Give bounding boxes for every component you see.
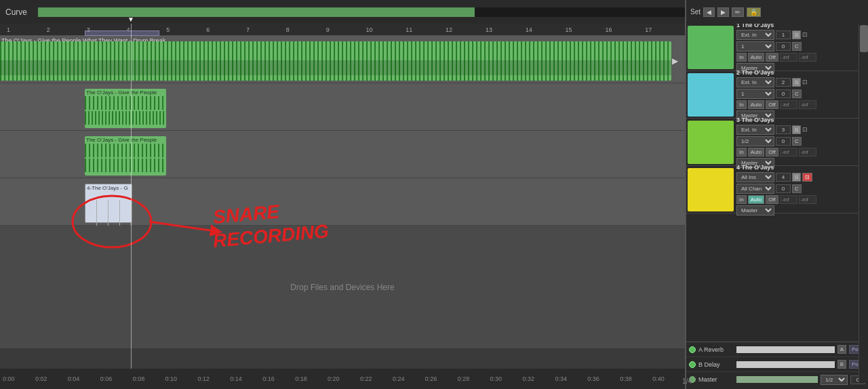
- track2-volume: 0: [776, 89, 791, 98]
- track4-in-button[interactable]: In: [736, 195, 747, 204]
- track2-in-button[interactable]: In: [736, 100, 747, 109]
- track2-off-button[interactable]: Off: [766, 100, 778, 109]
- time-mark: 0:20: [328, 375, 360, 382]
- track4-off-button[interactable]: Off: [766, 195, 778, 204]
- track4-s-button[interactable]: S: [792, 173, 801, 182]
- track2-color-block[interactable]: [688, 73, 734, 117]
- track1-inf2: -inf: [799, 53, 816, 62]
- send-delay-name: B Delay: [698, 361, 734, 368]
- track3-track-num: 3: [776, 125, 791, 134]
- track-area: The O'Jays - Give the People What They W…: [0, 24, 685, 369]
- master-label: Master: [698, 376, 734, 383]
- time-mark: 0:30: [490, 375, 523, 382]
- track1-channel[interactable]: 1: [736, 41, 774, 52]
- track4-controls: 4 The O'Jays All Ins 4 S ⊡ All Chann 0 C…: [686, 166, 868, 213]
- track4-master[interactable]: Master: [736, 205, 774, 216]
- set-forward-button[interactable]: ▶: [717, 7, 729, 17]
- time-mark: 0:16: [262, 375, 295, 382]
- time-mark: 0:00: [3, 375, 35, 382]
- track4-ext-in[interactable]: All Ins: [736, 172, 774, 182]
- set-back-button[interactable]: ◀: [703, 7, 715, 17]
- track2-waveform: [85, 96, 166, 110]
- track2-controls: 2 The O'Jays Ext. In 2 S ⊡ 1 0 C In Auto…: [686, 71, 868, 119]
- track1-waveform-lower: [0, 60, 671, 75]
- track2-name: 2 The O'Jays: [736, 69, 864, 76]
- track1-name: 1 The O'Jays: [736, 24, 864, 28]
- track4-r-button[interactable]: ⊡: [802, 173, 812, 182]
- vertical-scrollbar[interactable]: [859, 24, 868, 383]
- master-bar[interactable]: [736, 376, 818, 383]
- master-row: Master 1/2 0: [686, 372, 868, 387]
- send-reverb-name: A Reverb: [698, 346, 734, 353]
- track2-track-num: 2: [776, 78, 791, 87]
- track1-in-button[interactable]: In: [736, 53, 747, 62]
- send-delay-b-button[interactable]: B: [837, 360, 846, 369]
- track4-track-num: 4: [776, 173, 791, 182]
- track1-c-button[interactable]: C: [792, 42, 802, 51]
- track4-color-block[interactable]: [688, 168, 734, 211]
- set-panel: Set ◀ ▶ ✏ 🔒: [685, 0, 868, 24]
- track3-row1: Ext. In 3 S ⊡: [736, 125, 864, 135]
- track3-c-button[interactable]: C: [792, 137, 802, 146]
- set-lock-button[interactable]: 🔒: [747, 7, 761, 17]
- track4-auto-button[interactable]: Auto: [748, 195, 764, 204]
- time-mark: 0:14: [230, 375, 262, 382]
- master-channel-select[interactable]: 1/2: [821, 375, 848, 385]
- progress-bar-fill: [38, 7, 475, 17]
- track2-s-button[interactable]: S: [792, 78, 801, 87]
- track1-off-button[interactable]: Off: [766, 53, 778, 62]
- track2-waveform-lower: [85, 111, 166, 125]
- track1-volume: 0: [776, 42, 791, 51]
- time-mark: 0:38: [620, 375, 652, 382]
- track3-row3: In Auto Off -inf -inf: [736, 148, 864, 157]
- track2-c-button[interactable]: C: [792, 89, 802, 98]
- bottom-right-panel: A Reverb A Post B Delay B Post Master 1/…: [685, 342, 868, 389]
- track3-clip[interactable]: The O'Jays - Give the People: [85, 136, 166, 176]
- quarter-note-indicator: 1/4: [682, 377, 692, 385]
- track1-ext-in[interactable]: Ext. In: [736, 30, 774, 40]
- drop-zone[interactable]: Drop Files and Devices Here: [0, 226, 685, 348]
- track2-inf2: -inf: [799, 100, 816, 109]
- track1-s-button[interactable]: S: [792, 30, 801, 39]
- set-label: Set: [690, 8, 701, 16]
- time-mark: 0:08: [133, 375, 165, 382]
- track3-in-button[interactable]: In: [736, 148, 747, 157]
- playhead[interactable]: [131, 24, 132, 369]
- track4-c-button[interactable]: C: [792, 184, 802, 193]
- time-mark: 0:34: [555, 375, 587, 382]
- track1-expand-arrow[interactable]: ▶: [672, 56, 678, 66]
- track1-row3: In Auto Off -inf -inf: [736, 53, 864, 62]
- track1-controls: 1 The O'Jays Ext. In 1 S ⊡ 1 0 C In Auto…: [686, 24, 868, 71]
- track4-clip[interactable]: 4-The O'Jays - G: [85, 184, 132, 223]
- track2-clip[interactable]: The O'Jays - Give the People: [85, 89, 166, 128]
- send-delay-bar[interactable]: [736, 361, 835, 368]
- set-pencil-button[interactable]: ✏: [732, 7, 744, 17]
- time-mark: 0:02: [35, 375, 68, 382]
- track3-auto-button[interactable]: Auto: [748, 148, 764, 157]
- time-mark: 0:24: [393, 375, 425, 382]
- track3-color-block[interactable]: [688, 121, 734, 164]
- track3-extra: ⊡: [802, 126, 808, 133]
- track3-channel[interactable]: 1/2: [736, 136, 774, 146]
- track3-s-button[interactable]: S: [792, 125, 801, 134]
- time-mark: 0:22: [360, 375, 393, 382]
- right-panel: 1 The O'Jays Ext. In 1 S ⊡ 1 0 C In Auto…: [685, 24, 868, 369]
- track2-extra: ⊡: [802, 79, 808, 85]
- time-mark: 0:26: [425, 375, 458, 382]
- track4-volume: 0: [776, 184, 791, 193]
- track2-row1: Ext. In 2 S ⊡: [736, 77, 864, 87]
- send-reverb-a-button[interactable]: A: [837, 345, 846, 354]
- track3-off-button[interactable]: Off: [766, 148, 778, 157]
- send-reverb-bar[interactable]: [736, 346, 835, 353]
- track3-ext-in[interactable]: Ext. In: [736, 125, 774, 135]
- track1-auto-button[interactable]: Auto: [748, 53, 764, 62]
- scrollbar-thumb[interactable]: [860, 25, 868, 52]
- track4-row1: All Ins 4 S ⊡: [736, 172, 864, 182]
- track2-auto-button[interactable]: Auto: [748, 100, 764, 109]
- track1-color-block[interactable]: [688, 26, 734, 69]
- track-2-row: The O'Jays - Give the People: [0, 83, 685, 131]
- track1-row2: 1 0 C: [736, 41, 864, 52]
- track4-channel[interactable]: All Chann: [736, 184, 774, 194]
- track2-ext-in[interactable]: Ext. In: [736, 77, 774, 87]
- track2-channel[interactable]: 1: [736, 89, 774, 99]
